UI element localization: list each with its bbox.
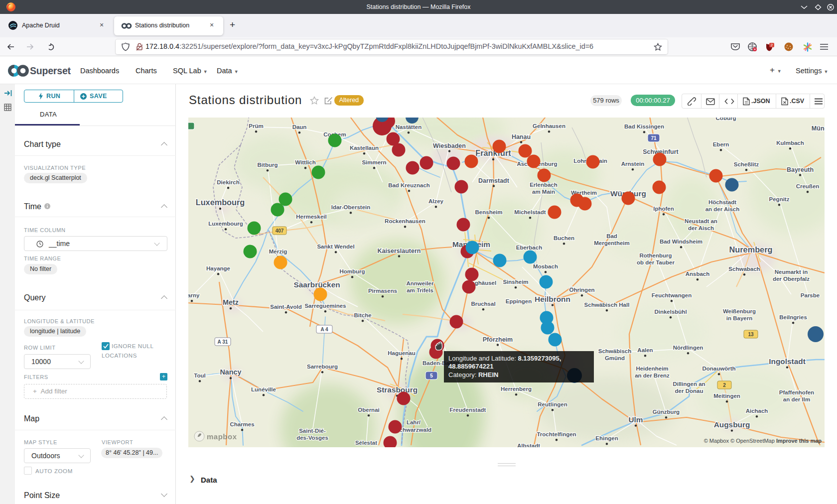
svg-text:Parsbe: Parsbe <box>801 292 820 298</box>
svg-text:Ehingen: Ehingen <box>595 435 618 441</box>
svg-text:Sélestat: Sélestat <box>355 440 377 446</box>
svg-text:407: 407 <box>276 228 284 234</box>
svg-text:Dillingen an: Dillingen an <box>673 381 705 387</box>
svg-text:Bitburg: Bitburg <box>258 162 278 168</box>
svg-text:Nördlingen: Nördlingen <box>673 345 703 351</box>
svg-text:Simmern: Simmern <box>362 159 386 165</box>
svg-text:am Trifels: am Trifels <box>407 287 433 293</box>
svg-text:Arnstein: Arnstein <box>621 161 645 167</box>
svg-text:2: 2 <box>723 382 726 388</box>
svg-text:Bad: Bad <box>606 233 617 239</box>
svg-text:Schwabach: Schwabach <box>728 266 760 272</box>
svg-text:Pforzheim: Pforzheim <box>483 336 513 343</box>
svg-text:Ingolstadt: Ingolstadt <box>769 357 806 366</box>
svg-text:Iphofen: Iphofen <box>653 206 674 212</box>
svg-text:Hanau: Hanau <box>512 133 531 140</box>
svg-text:Ulm: Ulm <box>628 415 643 424</box>
svg-text:Buchen: Buchen <box>554 235 574 241</box>
svg-text:Öhringen: Öhringen <box>569 287 594 293</box>
svg-text:Saarbrücken: Saarbrücken <box>293 280 340 289</box>
svg-text:Erlenbach: Erlenbach <box>530 182 558 188</box>
svg-text:Albstadt: Albstadt <box>517 443 540 447</box>
svg-text:Dinkelsbühl: Dinkelsbühl <box>654 309 687 315</box>
svg-text:Wittlich: Wittlich <box>295 159 315 165</box>
svg-text:Strasbourg: Strasbourg <box>377 385 418 394</box>
svg-text:Hermeskeil: Hermeskeil <box>296 214 326 220</box>
svg-text:der Aisch: der Aisch <box>688 225 714 231</box>
svg-text:Wiesbaden: Wiesbaden <box>433 142 466 149</box>
svg-text:Lahr/: Lahr/ <box>407 419 421 425</box>
svg-text:Bayreuth: Bayreuth <box>787 166 814 173</box>
svg-text:Coburg: Coburg <box>716 118 736 121</box>
svg-text:Münch: Münch <box>812 125 825 132</box>
svg-text:Jarny: Jarny <box>188 292 200 298</box>
svg-text:Aichach: Aichach <box>746 408 768 414</box>
svg-text:mapbox: mapbox <box>207 432 237 441</box>
svg-text:Darmstadt: Darmstadt <box>478 177 510 184</box>
svg-text:Schwäbisch Hall: Schwäbisch Hall <box>584 302 630 308</box>
svg-text:Idar-Oberstein: Idar-Oberstein <box>331 204 371 210</box>
svg-text:ob der Tauber: ob der Tauber <box>637 259 675 265</box>
svg-text:Diekirch: Diekirch <box>217 179 239 185</box>
svg-text:an der Ilm: an der Ilm <box>783 396 810 402</box>
svg-text:Nancy: Nancy <box>220 368 241 376</box>
svg-text:Reutlingen: Reutlingen <box>538 401 567 407</box>
svg-text:Ebern: Ebern <box>713 141 729 147</box>
svg-text:der Oberpfalz: der Oberpfalz <box>773 276 810 282</box>
svg-text:Bad Kissingen: Bad Kissingen <box>624 124 664 129</box>
svg-text:Saint-Dié-: Saint-Dié- <box>299 428 326 434</box>
svg-text:71: 71 <box>651 135 657 141</box>
svg-text:Herrenberg: Herrenberg <box>501 386 532 392</box>
svg-text:Mosbach: Mosbach <box>533 263 558 269</box>
svg-text:Eppingen: Eppingen <box>506 298 532 304</box>
svg-text:Alzey: Alzey <box>428 198 444 204</box>
svg-text:Charmes: Charmes <box>230 421 254 427</box>
svg-text:Bensheim: Bensheim <box>475 209 503 215</box>
svg-text:Merzig: Merzig <box>269 249 287 254</box>
svg-text:Rockenhausen: Rockenhausen <box>385 218 425 224</box>
svg-text:2: 2 <box>771 43 773 47</box>
svg-text:Michelstadt: Michelstadt <box>514 209 546 215</box>
svg-text:Lunéville: Lunéville <box>251 386 276 392</box>
svg-text:Luxembourg: Luxembourg <box>196 198 245 207</box>
svg-text:Bad Kreuznach: Bad Kreuznach <box>388 182 430 188</box>
svg-text:Kaiserslautern: Kaiserslautern <box>378 248 421 254</box>
svg-text:in Bayern: in Bayern <box>726 315 752 321</box>
svg-text:Mergentheim: Mergentheim <box>594 240 630 246</box>
svg-text:Pirmasens: Pirmasens <box>368 288 397 294</box>
svg-text:Bitche: Bitche <box>354 312 371 318</box>
svg-text:Neumarkt in: Neumarkt in <box>775 269 808 275</box>
svg-text:Creußen: Creußen <box>796 183 820 189</box>
svg-text:Prüm: Prüm <box>249 123 263 129</box>
svg-text:Bruchsal: Bruchsal <box>471 301 495 307</box>
svg-text:Metz: Metz <box>223 298 239 306</box>
svg-text:Eberbach: Eberbach <box>516 245 542 251</box>
svg-text:Trochtelfingen: Trochtelfingen <box>537 431 576 437</box>
svg-text:Hayange: Hayange <box>206 265 230 271</box>
svg-text:Günzburg: Günzburg <box>653 409 680 415</box>
svg-text:Pfaffenhofen: Pfaffenhofen <box>779 389 814 395</box>
svg-text:13: 13 <box>748 332 754 337</box>
svg-text:an der Aisch: an der Aisch <box>705 206 740 212</box>
svg-text:Saint-Avold: Saint-Avold <box>270 304 301 310</box>
svg-text:Feuchtwangen: Feuchtwangen <box>652 292 692 298</box>
svg-text:Daun: Daun <box>292 124 307 130</box>
svg-text:Freudenstadt: Freudenstadt <box>450 407 486 413</box>
svg-text:an der Brenz: an der Brenz <box>635 373 670 378</box>
svg-text:Gmünd: Gmünd <box>605 355 625 361</box>
svg-text:Rothenburg: Rothenburg <box>639 252 672 258</box>
svg-text:Donauwörth: Donauwörth <box>702 366 735 372</box>
svg-text:Luxembourg: Luxembourg <box>208 221 243 227</box>
svg-text:Kulmbach: Kulmbach <box>776 140 804 146</box>
svg-text:Pegnitz: Pegnitz <box>769 196 790 202</box>
svg-text:5: 5 <box>430 373 433 378</box>
svg-text:Schwäbisch: Schwäbisch <box>598 348 631 354</box>
svg-text:Nastätten: Nastätten <box>396 124 421 130</box>
svg-text:Höchstadt: Höchstadt <box>708 199 736 205</box>
svg-text:Haguenau: Haguenau <box>388 350 416 356</box>
svg-text:Heidenheim: Heidenheim <box>636 366 668 372</box>
svg-text:der Donau: der Donau <box>675 388 703 394</box>
svg-text:Homburg: Homburg <box>339 268 365 274</box>
svg-text:A 31: A 31 <box>218 339 228 345</box>
svg-text:Beilngries: Beilngries <box>779 314 807 320</box>
